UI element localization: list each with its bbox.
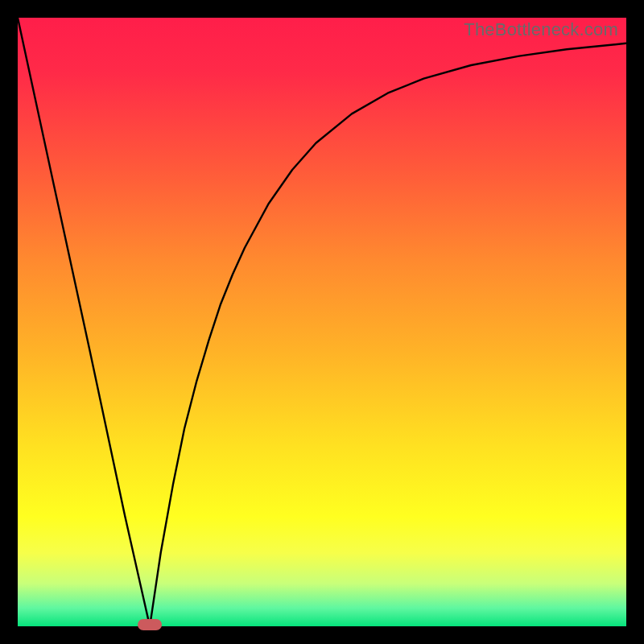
- bottleneck-curve: [18, 18, 626, 626]
- plot-area: TheBottleneck.com: [18, 18, 626, 626]
- chart-frame: TheBottleneck.com: [0, 0, 644, 644]
- minimum-marker: [138, 619, 162, 630]
